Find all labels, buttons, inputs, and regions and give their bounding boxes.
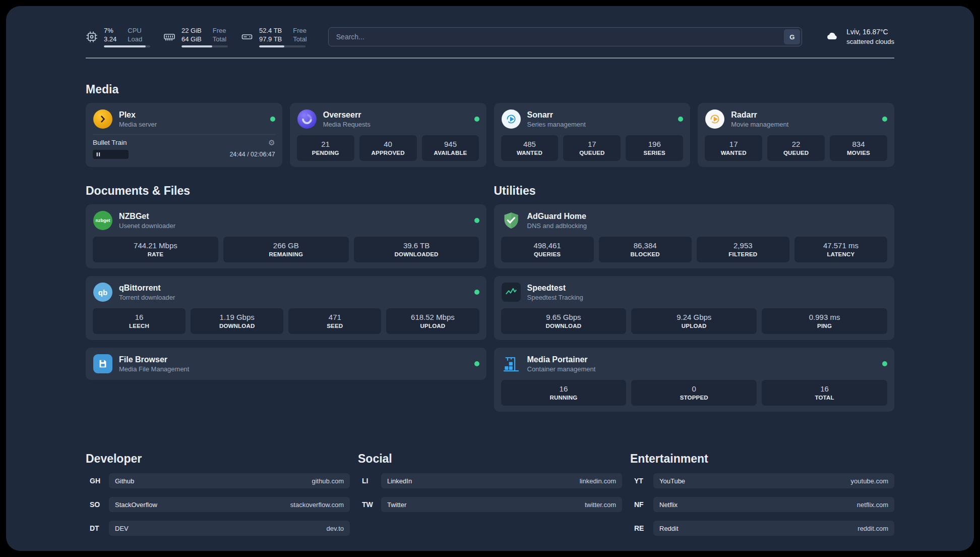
bookmark-link[interactable]: DEV dev.to bbox=[109, 521, 350, 536]
bookmark-link[interactable]: LinkedIn linkedin.com bbox=[381, 473, 622, 488]
service-card-filebrowser[interactable]: File Browser Media File Management bbox=[86, 348, 486, 380]
sonarr-icon bbox=[501, 109, 521, 129]
service-card-speedtest[interactable]: Speedtest Speedtest Tracking 9.65 Gbps D… bbox=[494, 276, 895, 340]
qbittorrent-icon: qb bbox=[93, 282, 113, 302]
bookmark-name: Github bbox=[115, 477, 134, 485]
stat-available: 945 AVAILABLE bbox=[422, 135, 479, 161]
service-card-portainer[interactable]: Media Portainer Container management 16 … bbox=[494, 348, 895, 412]
stat-value: 39.6 TB bbox=[357, 241, 476, 250]
stat-value: 266 GB bbox=[226, 241, 346, 250]
radarr-icon bbox=[705, 109, 725, 129]
bookmark-item-twitter: TW Twitter twitter.com bbox=[358, 497, 622, 512]
bookmark-abbr: LI bbox=[358, 477, 381, 485]
ram-free: 22 GiB bbox=[181, 26, 202, 35]
service-desc: Torrent downloader bbox=[119, 294, 175, 302]
stat-label: RATE bbox=[96, 250, 215, 258]
ram-icon bbox=[163, 31, 175, 43]
stat-value: 0 bbox=[634, 384, 754, 394]
stat-queued: 22 QUEUED bbox=[767, 135, 825, 161]
weather-condition: scattered clouds bbox=[846, 37, 894, 46]
stat-value: 40 bbox=[362, 139, 414, 149]
bookmark-link[interactable]: Reddit reddit.com bbox=[653, 521, 894, 536]
service-card-sonarr[interactable]: Sonarr Series management 485 WANTED 17 Q… bbox=[494, 103, 691, 167]
service-name: AdGuard Home bbox=[527, 211, 587, 221]
service-card-nzbget[interactable]: nzbget NZBGet Usenet downloader 744.21 M… bbox=[86, 204, 486, 268]
bookmark-name: LinkedIn bbox=[387, 477, 412, 485]
nzbget-icon-text: nzbget bbox=[96, 218, 110, 223]
stat-label: DOWNLOADED bbox=[357, 250, 476, 258]
service-card-adguard[interactable]: AdGuard Home DNS and adblocking 498,461 … bbox=[494, 204, 895, 268]
bookmark-name: Twitter bbox=[387, 501, 406, 509]
screen: 7% 3.24 CPU Load bbox=[0, 0, 980, 557]
bookmark-group-social: Social LI LinkedIn linkedin.com TW Twitt… bbox=[358, 452, 622, 544]
stat-label: WANTED bbox=[708, 149, 759, 157]
bookmark-url: reddit.com bbox=[858, 525, 888, 532]
bookmark-item-reddit: RE Reddit reddit.com bbox=[630, 521, 894, 536]
service-name: Overseerr bbox=[323, 110, 371, 120]
status-dot bbox=[474, 117, 479, 122]
adguard-icon bbox=[501, 210, 521, 231]
bookmark-link[interactable]: Netflix netflix.com bbox=[653, 497, 894, 512]
bookmark-item-dev: DT DEV dev.to bbox=[86, 521, 350, 536]
service-card-radarr[interactable]: Radarr Movie management 17 WANTED 22 QUE… bbox=[698, 103, 894, 167]
service-stats: 17 WANTED 22 QUEUED 834 MOVIES bbox=[705, 135, 887, 161]
stat-value: 9.24 Gbps bbox=[634, 312, 754, 322]
stat-rate: 744.21 Mbps RATE bbox=[93, 237, 218, 262]
search-provider-button[interactable]: G bbox=[784, 29, 800, 44]
service-desc: Media Requests bbox=[323, 121, 371, 129]
ram-total: 64 GiB bbox=[181, 35, 202, 43]
cpu-label-2: Load bbox=[128, 35, 142, 43]
stat-value: 21 bbox=[300, 139, 351, 149]
bookmark-name: Reddit bbox=[659, 525, 679, 532]
gear-icon[interactable]: ⚙ bbox=[268, 139, 275, 146]
bookmark-link[interactable]: Twitter twitter.com bbox=[381, 497, 622, 512]
topbar: 7% 3.24 CPU Load bbox=[86, 26, 894, 47]
stat-remaining: 266 GB REMAINING bbox=[223, 237, 349, 262]
stat-value: 834 bbox=[833, 139, 884, 149]
bookmark-link[interactable]: StackOverflow stackoverflow.com bbox=[109, 497, 350, 512]
filebrowser-icon bbox=[93, 354, 113, 374]
service-stats: 16 RUNNING 0 STOPPED 16 TOTAL bbox=[501, 380, 888, 406]
stat-queued: 17 QUEUED bbox=[563, 135, 621, 161]
stat-running: 16 RUNNING bbox=[501, 380, 627, 406]
service-card-plex[interactable]: Plex Media server Bullet Train ⚙ bbox=[86, 103, 282, 167]
cpu-progress-bar bbox=[104, 45, 150, 47]
stat-total: 16 TOTAL bbox=[762, 380, 887, 406]
stat-value: 47.571 ms bbox=[798, 241, 884, 250]
stat-latency: 47.571 ms LATENCY bbox=[794, 237, 887, 262]
stat-ping: 0.993 ms PING bbox=[762, 308, 887, 334]
stat-label: MOVIES bbox=[833, 149, 884, 157]
playback-progress-bar[interactable]: 24:44 / 02:06:47 bbox=[93, 150, 275, 159]
weather-location: Lviv, 16.87°C bbox=[846, 27, 894, 37]
service-card-qbittorrent[interactable]: qb qBittorrent Torrent downloader 16 LEE… bbox=[86, 276, 486, 340]
bookmark-link[interactable]: Github github.com bbox=[109, 473, 350, 488]
bookmarks-area: Developer GH Github github.com SO StackO… bbox=[86, 452, 894, 544]
bookmark-abbr: GH bbox=[86, 477, 109, 485]
stat-value: 945 bbox=[425, 139, 476, 149]
bookmark-url: github.com bbox=[312, 477, 344, 485]
bookmark-abbr: YT bbox=[630, 477, 653, 485]
section-media: Media Plex Media server bbox=[86, 83, 894, 167]
service-name: qBittorrent bbox=[119, 283, 175, 293]
pause-icon[interactable] bbox=[96, 150, 101, 159]
search-input[interactable] bbox=[330, 33, 784, 41]
bookmark-link[interactable]: YouTube youtube.com bbox=[653, 473, 894, 488]
disk-progress-bar bbox=[259, 45, 305, 47]
plex-now-playing: Bullet Train ⚙ 24:44 / 02:06:47 bbox=[93, 139, 275, 159]
plex-icon bbox=[93, 109, 113, 129]
search-bar[interactable]: G bbox=[328, 27, 803, 46]
service-card-overseerr[interactable]: Overseerr Media Requests 21 PENDING 40 A… bbox=[290, 103, 486, 167]
stat-value: 498,461 bbox=[504, 241, 591, 250]
bookmark-abbr: DT bbox=[86, 524, 109, 532]
stat-label: UPLOAD bbox=[389, 322, 476, 330]
playback-time: 24:44 / 02:06:47 bbox=[229, 151, 275, 158]
service-desc: DNS and adblocking bbox=[527, 222, 587, 230]
topbar-divider bbox=[86, 58, 894, 59]
stat-value: 1.19 Gbps bbox=[194, 312, 280, 322]
bookmark-abbr: RE bbox=[630, 524, 653, 532]
stat-value: 16 bbox=[96, 312, 182, 322]
bookmark-url: youtube.com bbox=[851, 477, 888, 485]
ram-resource-widget: 22 GiB 64 GiB Free Total bbox=[163, 26, 228, 47]
stat-value: 86,384 bbox=[602, 241, 689, 250]
status-dot bbox=[678, 117, 683, 122]
